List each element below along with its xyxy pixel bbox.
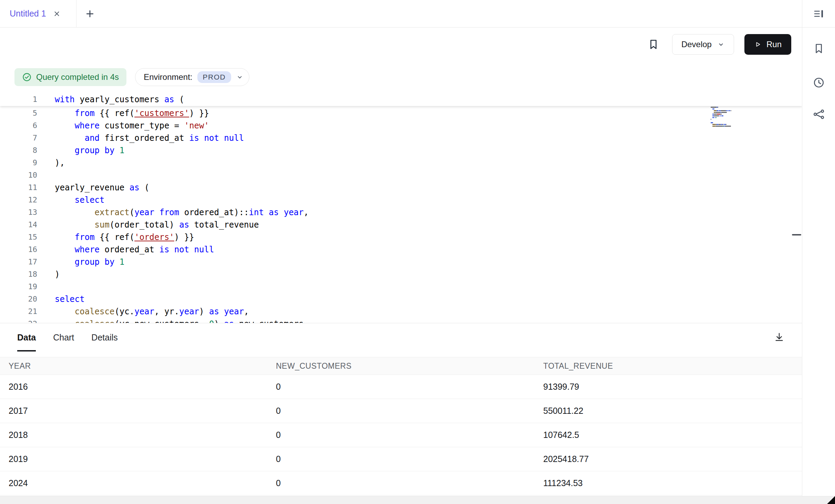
query-status-text: Query completed in 4s bbox=[36, 72, 119, 82]
tab-untitled-1[interactable]: Untitled 1 bbox=[0, 0, 76, 27]
results-panel: DataChartDetails YEAR NEW_CUSTOMERS TOTA… bbox=[0, 323, 802, 504]
code-line[interactable]: 1with yearly_customers as ( bbox=[0, 93, 802, 106]
history-icon bbox=[813, 76, 825, 89]
table-body: 2016091399.7920170550011.2220180107642.5… bbox=[0, 375, 802, 495]
code-line[interactable]: 5 from {{ ref('customers') }} bbox=[0, 107, 802, 119]
sql-editor[interactable]: 5 from {{ ref('customers') }}6 where cus… bbox=[0, 93, 802, 323]
line-number: 9 bbox=[0, 157, 37, 169]
results-tabs: DataChartDetails bbox=[0, 323, 802, 351]
query-status-badge: Query completed in 4s bbox=[14, 68, 126, 86]
code-line[interactable]: 15 from {{ ref('orders') }} bbox=[0, 231, 802, 243]
code-line[interactable]: 11yearly_revenue as ( bbox=[0, 181, 802, 194]
play-icon bbox=[754, 41, 762, 48]
plus-icon bbox=[85, 9, 95, 19]
bookmark-icon bbox=[647, 38, 660, 51]
line-number: 14 bbox=[0, 219, 37, 231]
code-line[interactable]: 14 sum(order_total) as total_revenue bbox=[0, 219, 802, 231]
table-cell: 111234.53 bbox=[535, 478, 802, 488]
table-row[interactable]: 20170550011.22 bbox=[0, 399, 802, 423]
column-header-year[interactable]: YEAR bbox=[0, 361, 267, 371]
download-results-button[interactable] bbox=[774, 332, 785, 343]
code-line[interactable]: 10 bbox=[0, 169, 802, 181]
code-line[interactable]: 13 extract(year from ordered_at)::int as… bbox=[0, 206, 802, 219]
code-line[interactable]: 17 group by 1 bbox=[0, 256, 802, 268]
line-number: 21 bbox=[0, 305, 37, 318]
close-icon[interactable] bbox=[53, 10, 61, 18]
code-lines: 5 from {{ ref('customers') }}6 where cus… bbox=[0, 107, 802, 323]
line-number: 8 bbox=[0, 144, 37, 157]
right-icon-rail bbox=[802, 0, 835, 504]
table-row[interactable]: 20240111234.53 bbox=[0, 471, 802, 495]
table-header-row: YEAR NEW_CUSTOMERS TOTAL_REVENUE bbox=[0, 357, 802, 375]
main-area: Untitled 1 Develop Run bbox=[0, 0, 802, 504]
line-number: 7 bbox=[0, 132, 37, 144]
status-bar: Query completed in 4s Environment: PROD bbox=[0, 61, 802, 93]
column-header-total-revenue[interactable]: TOTAL_REVENUE bbox=[535, 361, 802, 371]
table-cell: 107642.5 bbox=[535, 430, 802, 440]
line-number: 18 bbox=[0, 268, 37, 281]
code-line[interactable]: 16 where ordered_at is not null bbox=[0, 243, 802, 256]
line-number: 6 bbox=[0, 119, 37, 132]
line-number: 11 bbox=[0, 181, 37, 194]
code-line[interactable]: 19 bbox=[0, 281, 802, 293]
table-cell: 0 bbox=[267, 478, 535, 488]
results-tab-chart[interactable]: Chart bbox=[53, 323, 74, 351]
table-row[interactable]: 201902025418.77 bbox=[0, 447, 802, 471]
download-icon bbox=[774, 332, 785, 343]
resize-grip-icon[interactable] bbox=[827, 496, 835, 504]
editor-tab-bar: Untitled 1 bbox=[0, 0, 802, 28]
lineage-button[interactable] bbox=[811, 107, 826, 122]
app-window: Untitled 1 Develop Run bbox=[0, 0, 835, 504]
line-number: 10 bbox=[0, 169, 37, 181]
run-label: Run bbox=[766, 40, 782, 49]
line-number: 15 bbox=[0, 231, 37, 243]
code-line[interactable]: 6 where customer_type = 'new' bbox=[0, 119, 802, 132]
code-line[interactable]: 20select bbox=[0, 293, 802, 305]
line-number: 16 bbox=[0, 243, 37, 256]
check-circle-icon bbox=[22, 72, 32, 82]
bookmark-icon bbox=[813, 42, 825, 55]
line-number: 22 bbox=[0, 318, 37, 323]
code-line[interactable]: 9), bbox=[0, 157, 802, 169]
bookmarks-button[interactable] bbox=[811, 41, 826, 56]
line-number: 12 bbox=[0, 194, 37, 206]
table-cell: 2025418.77 bbox=[535, 454, 802, 464]
environment-value-chip: PROD bbox=[197, 71, 231, 83]
table-cell: 2017 bbox=[0, 406, 267, 416]
code-line[interactable]: 12 select bbox=[0, 194, 802, 206]
tab-label: Untitled 1 bbox=[10, 9, 46, 19]
new-tab-button[interactable] bbox=[76, 0, 103, 27]
column-header-new-customers[interactable]: NEW_CUSTOMERS bbox=[267, 361, 535, 371]
code-line[interactable]: 8 group by 1 bbox=[0, 144, 802, 157]
sticky-scroll-line[interactable]: 1with yearly_customers as ( bbox=[0, 93, 802, 106]
line-number: 17 bbox=[0, 256, 37, 268]
table-cell: 0 bbox=[267, 382, 535, 392]
horizontal-scrollbar[interactable] bbox=[0, 496, 835, 504]
panel-list-button[interactable] bbox=[811, 6, 826, 21]
environment-label: Environment: bbox=[144, 72, 192, 82]
results-tab-data[interactable]: Data bbox=[17, 323, 36, 351]
environment-selector[interactable]: Environment: PROD bbox=[135, 68, 249, 86]
table-row[interactable]: 20180107642.5 bbox=[0, 423, 802, 447]
history-button[interactable] bbox=[811, 75, 826, 90]
code-line[interactable]: 22 coalesce(yc.new_customers, 0) as new_… bbox=[0, 318, 802, 323]
line-number: 19 bbox=[0, 281, 37, 293]
results-tab-details[interactable]: Details bbox=[91, 323, 117, 351]
code-line[interactable]: 18) bbox=[0, 268, 802, 281]
run-button[interactable]: Run bbox=[744, 34, 791, 55]
table-cell: 2018 bbox=[0, 430, 267, 440]
table-cell: 0 bbox=[267, 454, 535, 464]
table-cell: 2016 bbox=[0, 382, 267, 392]
line-number: 5 bbox=[0, 107, 37, 119]
code-line[interactable]: 21 coalesce(yc.year, yr.year) as year, bbox=[0, 305, 802, 318]
line-number: 13 bbox=[0, 206, 37, 219]
bookmark-button[interactable] bbox=[647, 38, 660, 51]
table-row[interactable]: 2016091399.79 bbox=[0, 375, 802, 399]
right-rail-top bbox=[802, 0, 835, 28]
table-cell: 2019 bbox=[0, 454, 267, 464]
develop-dropdown[interactable]: Develop bbox=[672, 34, 734, 55]
scrollbar-marker bbox=[792, 234, 801, 235]
line-number: 20 bbox=[0, 293, 37, 305]
panel-list-icon bbox=[813, 8, 825, 20]
code-line[interactable]: 7 and first_ordered_at is not null bbox=[0, 132, 802, 144]
